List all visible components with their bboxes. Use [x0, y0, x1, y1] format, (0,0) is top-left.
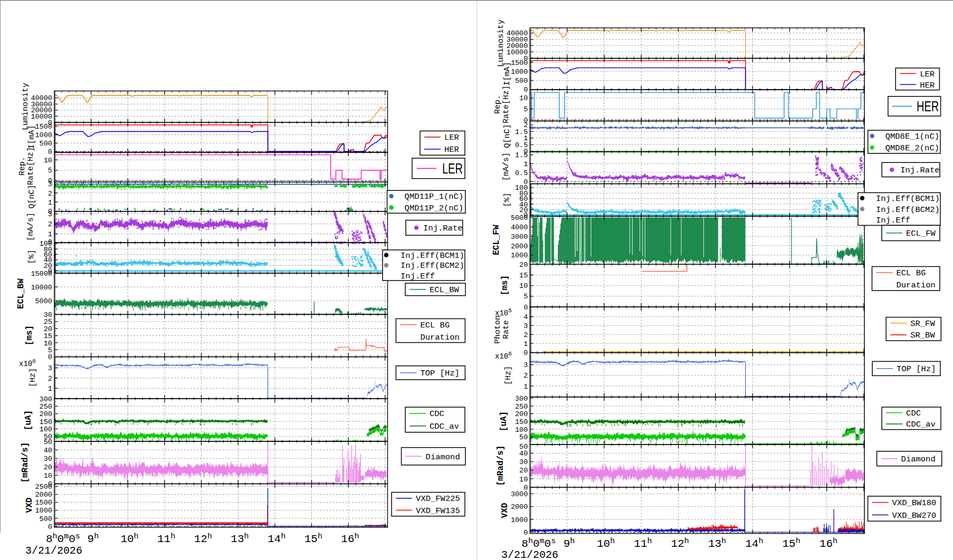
svg-text:ECL_FW: ECL_FW [906, 229, 936, 238]
svg-text:2000: 2000 [511, 243, 528, 250]
svg-text:10: 10 [44, 472, 52, 480]
svg-text:ECL_BW: ECL_BW [16, 278, 26, 309]
svg-text:VXD: VXD [500, 503, 510, 518]
svg-text:I[mA]: I[mA] [503, 62, 512, 85]
svg-text:TOP [Hz]: TOP [Hz] [897, 364, 936, 374]
svg-text:40: 40 [44, 447, 52, 455]
svg-text:QMD8E_2(nC): QMD8E_2(nC) [885, 143, 939, 153]
svg-text:3: 3 [48, 210, 52, 218]
svg-text:300: 300 [515, 395, 528, 403]
svg-text:Rate[Hz]: Rate[Hz] [502, 85, 511, 123]
svg-text:2000: 2000 [35, 491, 52, 499]
svg-text:20: 20 [519, 467, 528, 475]
svg-text:Inj.Eff(BCM2): Inj.Eff(BCM2) [401, 261, 464, 271]
svg-text:1500: 1500 [35, 123, 52, 131]
svg-text:1000: 1000 [35, 507, 52, 515]
svg-text:ECL_FW: ECL_FW [492, 225, 501, 255]
svg-text:40: 40 [519, 450, 528, 458]
svg-text:LER: LER [442, 160, 463, 177]
svg-text:Luminosity: Luminosity [497, 20, 506, 67]
svg-text:1: 1 [48, 230, 52, 238]
svg-text:3: 3 [48, 364, 52, 372]
svg-text:3/21/2026: 3/21/2026 [25, 545, 82, 557]
svg-text:CDC: CDC [906, 409, 921, 418]
svg-text:30: 30 [519, 458, 528, 466]
svg-text:1500: 1500 [511, 59, 528, 67]
svg-text:8h0m0s: 8h0m0s [46, 532, 80, 545]
svg-text:3/21/2026: 3/21/2026 [501, 549, 558, 560]
svg-text:1: 1 [48, 385, 52, 393]
svg-text:0: 0 [523, 529, 528, 537]
svg-text:0: 0 [523, 304, 528, 312]
svg-text:5000: 5000 [511, 214, 528, 222]
svg-text:Inj.Eff: Inj.Eff [876, 216, 910, 225]
svg-text:Rate[Hz]: Rate[Hz] [26, 147, 35, 185]
svg-text:200: 200 [515, 410, 528, 418]
svg-text:3000: 3000 [511, 490, 528, 498]
svg-text:1: 1 [523, 160, 528, 168]
svg-text:250: 250 [515, 403, 528, 411]
svg-text:2: 2 [523, 331, 528, 339]
svg-text:0: 0 [48, 353, 52, 361]
svg-text:Duration: Duration [897, 281, 936, 290]
svg-text:2: 2 [48, 375, 52, 383]
svg-text:2: 2 [523, 372, 528, 380]
svg-text:1500: 1500 [35, 499, 52, 507]
svg-text:150: 150 [40, 418, 52, 426]
svg-text:20: 20 [519, 261, 528, 269]
svg-text:Diamond: Diamond [901, 455, 936, 464]
svg-text:3: 3 [523, 322, 528, 330]
svg-text:20: 20 [44, 464, 52, 471]
svg-text:8h0m0s: 8h0m0s [521, 537, 556, 550]
svg-text:VXD: VXD [25, 498, 34, 513]
svg-text:CDC: CDC [430, 409, 444, 419]
svg-text:Luminosity: Luminosity [21, 83, 30, 130]
svg-text:50: 50 [44, 438, 52, 446]
svg-text:5: 5 [523, 293, 528, 301]
svg-text:LER: LER [444, 133, 459, 142]
svg-text:5: 5 [523, 105, 528, 113]
svg-text:ECL_BW: ECL_BW [430, 285, 460, 295]
svg-text:VXD_BW270: VXD_BW270 [892, 511, 937, 520]
svg-text:1: 1 [523, 340, 528, 348]
svg-text:3: 3 [523, 361, 528, 369]
svg-text:1.5: 1.5 [515, 151, 528, 159]
svg-text:15000: 15000 [31, 270, 52, 278]
svg-text:[mA/s]: [mA/s] [26, 213, 35, 241]
svg-text:15: 15 [519, 272, 528, 279]
svg-text:VXD_FW135: VXD_FW135 [416, 506, 460, 516]
svg-text:3000: 3000 [511, 233, 528, 241]
svg-text:LER: LER [920, 70, 935, 79]
svg-text:2: 2 [48, 190, 52, 198]
svg-text:0: 0 [48, 148, 52, 156]
svg-text:50: 50 [519, 433, 528, 441]
svg-text:[Hz]: [Hz] [504, 366, 513, 385]
svg-text:2: 2 [48, 220, 52, 228]
svg-text:Inj.Rate: Inj.Rate [423, 224, 462, 233]
svg-text:0: 0 [48, 523, 52, 531]
svg-text:100: 100 [40, 426, 52, 433]
svg-text:SR_BW: SR_BW [910, 331, 935, 340]
svg-text:[mRad/s]: [mRad/s] [21, 442, 30, 483]
svg-text:3: 3 [48, 180, 52, 188]
svg-text:250: 250 [40, 403, 52, 411]
svg-text:Inj.Eff: Inj.Eff [401, 272, 435, 281]
svg-text:QMD8E_1(nC): QMD8E_1(nC) [885, 132, 939, 141]
svg-text:5: 5 [48, 167, 52, 175]
svg-text:300: 300 [40, 395, 52, 403]
svg-text:[mA/s]: [mA/s] [502, 152, 511, 181]
svg-text:TOP [Hz]: TOP [Hz] [420, 369, 459, 378]
svg-text:Diamond: Diamond [426, 452, 460, 462]
svg-text:10: 10 [44, 157, 52, 165]
svg-text:Inj.Eff(BCM2): Inj.Eff(BCM2) [876, 205, 940, 215]
svg-text:4: 4 [523, 313, 528, 321]
svg-text:[uA]: [uA] [499, 411, 509, 431]
svg-text:[ms]: [ms] [500, 275, 510, 295]
svg-text:5000: 5000 [35, 297, 52, 305]
svg-text:1000: 1000 [511, 252, 528, 259]
svg-text:HER: HER [444, 145, 459, 155]
svg-text:1: 1 [523, 383, 528, 391]
svg-text:0.5: 0.5 [515, 169, 528, 177]
svg-text:[ms]: [ms] [25, 325, 34, 345]
svg-text:150: 150 [515, 418, 528, 426]
